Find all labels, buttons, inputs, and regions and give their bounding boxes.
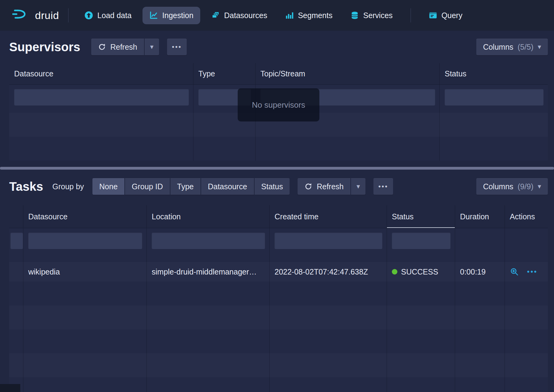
column-header[interactable]: Status bbox=[440, 63, 548, 84]
task-location: simple-druid-middlemanager… bbox=[147, 262, 270, 282]
task-more-actions-icon[interactable]: ••• bbox=[527, 267, 537, 276]
nav-label: Services bbox=[363, 11, 393, 20]
group-by-label: Group by bbox=[52, 182, 84, 191]
scrollbar-corner[interactable] bbox=[0, 384, 20, 392]
group-by-type-button[interactable]: Type bbox=[170, 178, 201, 195]
column-header[interactable]: Type bbox=[193, 63, 256, 84]
no-supervisors-message: No supervisors bbox=[238, 88, 319, 121]
filter-location-input[interactable] bbox=[152, 233, 265, 249]
supervisors-title: Supervisors bbox=[9, 40, 80, 54]
status-success-dot bbox=[392, 269, 397, 275]
datasources-icon bbox=[211, 11, 220, 20]
section-divider-scrollbar[interactable] bbox=[0, 167, 554, 170]
top-nav: druid Load data Ingestion bbox=[0, 0, 554, 31]
services-icon bbox=[350, 11, 359, 20]
more-icon: ••• bbox=[378, 183, 388, 190]
table-row bbox=[9, 306, 548, 329]
task-status: SUCCESS bbox=[387, 262, 455, 282]
table-row bbox=[9, 282, 548, 306]
upload-icon bbox=[84, 11, 93, 20]
filter-index-input[interactable] bbox=[10, 233, 23, 249]
column-header[interactable]: Topic/Stream bbox=[256, 63, 440, 84]
brand-name: druid bbox=[35, 10, 59, 21]
magnify-details-icon[interactable] bbox=[510, 267, 519, 276]
filter-datasource-input[interactable] bbox=[28, 233, 142, 249]
chevron-down-icon: ▾ bbox=[538, 183, 541, 190]
filter-status-input[interactable] bbox=[445, 89, 544, 106]
chevron-down-icon: ▾ bbox=[357, 183, 360, 190]
refresh-icon bbox=[304, 183, 312, 190]
nav-item-services[interactable]: Services bbox=[344, 7, 400, 24]
ingestion-icon bbox=[149, 11, 158, 20]
tasks-table-header-row: Datasource Location Created time Status … bbox=[9, 205, 548, 228]
column-header[interactable]: Actions bbox=[505, 205, 548, 228]
refresh-label: Refresh bbox=[317, 182, 344, 191]
tasks-more-button[interactable]: ••• bbox=[373, 178, 393, 195]
task-actions: ••• bbox=[505, 262, 548, 282]
table-row bbox=[9, 137, 548, 161]
nav-label: Segments bbox=[298, 11, 333, 20]
group-by-group-id-button[interactable]: Group ID bbox=[125, 178, 170, 195]
druid-logo-icon bbox=[12, 9, 31, 22]
columns-count: (5/5) bbox=[518, 43, 533, 52]
supervisors-more-button[interactable]: ••• bbox=[167, 39, 187, 55]
task-row-wikipedia[interactable]: wikipedia simple-druid-middlemanager… 20… bbox=[9, 262, 548, 282]
refresh-label: Refresh bbox=[110, 43, 137, 52]
supervisors-columns-button[interactable]: Columns (5/5) ▾ bbox=[476, 39, 548, 55]
nav-divider bbox=[68, 8, 68, 22]
nav-label: Datasources bbox=[224, 11, 267, 20]
nav-item-ingestion[interactable]: Ingestion bbox=[142, 7, 200, 24]
filter-status-input[interactable] bbox=[392, 233, 451, 249]
supervisors-table: Datasource Type Topic/Stream Status No s… bbox=[9, 63, 548, 161]
supervisors-refresh-caret-button[interactable]: ▾ bbox=[145, 39, 159, 55]
nav-item-query[interactable]: Query bbox=[422, 7, 469, 24]
nav-label: Query bbox=[442, 11, 462, 20]
tasks-title: Tasks bbox=[9, 180, 43, 194]
status-text: SUCCESS bbox=[401, 267, 438, 276]
columns-label: Columns bbox=[483, 182, 513, 191]
row-index-column-header bbox=[9, 205, 23, 228]
column-header[interactable]: Datasource bbox=[9, 63, 193, 84]
column-header[interactable]: Datasource bbox=[23, 205, 147, 228]
tasks-refresh-button[interactable]: Refresh bbox=[298, 178, 350, 195]
supervisors-header: Supervisors Refresh ▾ ••• Columns (5/5) … bbox=[0, 37, 554, 56]
nav-item-load-data[interactable]: Load data bbox=[78, 7, 138, 24]
column-header[interactable]: Created time bbox=[270, 205, 387, 228]
table-row bbox=[9, 353, 548, 377]
nav-label: Ingestion bbox=[162, 11, 193, 20]
group-by-status-button[interactable]: Status bbox=[255, 178, 290, 195]
filter-created-time-input[interactable] bbox=[275, 233, 382, 249]
filter-datasource-input[interactable] bbox=[14, 89, 189, 106]
tasks-header: Tasks Group by None Group ID Type Dataso… bbox=[0, 177, 554, 196]
table-row bbox=[9, 329, 548, 353]
group-by-none-button[interactable]: None bbox=[92, 178, 124, 195]
chevron-down-icon: ▾ bbox=[538, 43, 541, 51]
task-duration: 0:00:19 bbox=[455, 262, 505, 282]
segments-icon bbox=[285, 11, 294, 20]
task-created-time: 2022-08-02T07:42:47.638Z bbox=[270, 262, 387, 282]
supervisors-refresh-button[interactable]: Refresh bbox=[91, 39, 144, 55]
supervisors-table-header-row: Datasource Type Topic/Stream Status bbox=[9, 63, 548, 85]
table-row bbox=[9, 377, 548, 392]
group-by-datasource-button[interactable]: Datasource bbox=[201, 178, 254, 195]
druid-logo[interactable]: druid bbox=[12, 9, 59, 22]
more-icon: ••• bbox=[172, 43, 182, 51]
columns-label: Columns bbox=[483, 43, 513, 52]
column-header-sorted[interactable]: Status bbox=[387, 205, 455, 228]
group-by-segment: None Group ID Type Datasource Status bbox=[92, 178, 290, 195]
query-icon bbox=[429, 11, 437, 20]
tasks-filter-row bbox=[9, 228, 548, 262]
column-header[interactable]: Location bbox=[147, 205, 270, 228]
tasks-table: Datasource Location Created time Status … bbox=[9, 205, 548, 392]
task-datasource: wikipedia bbox=[23, 262, 147, 282]
nav-divider bbox=[411, 8, 411, 22]
nav-item-segments[interactable]: Segments bbox=[278, 7, 339, 24]
tasks-refresh-caret-button[interactable]: ▾ bbox=[351, 178, 365, 195]
chevron-down-icon: ▾ bbox=[150, 43, 154, 51]
nav-label: Load data bbox=[97, 11, 131, 20]
tasks-columns-button[interactable]: Columns (9/9) ▾ bbox=[476, 178, 548, 195]
column-header[interactable]: Duration bbox=[455, 205, 505, 228]
refresh-icon bbox=[98, 43, 106, 51]
columns-count: (9/9) bbox=[518, 182, 533, 191]
nav-item-datasources[interactable]: Datasources bbox=[205, 7, 274, 24]
